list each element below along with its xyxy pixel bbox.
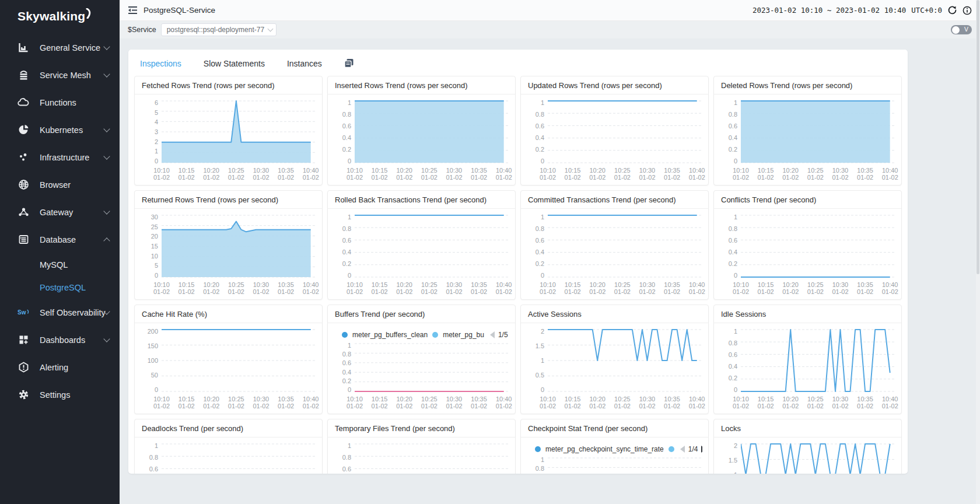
x-tick-label: 10:2001-02 (782, 396, 799, 410)
x-tick-label: 10:2001-02 (396, 396, 412, 410)
legend-label[interactable]: meter_pg_checkpoint_sync_time_rate (545, 445, 664, 453)
y-tick-label: 0 (348, 158, 351, 164)
chart-plot[interactable] (548, 99, 702, 164)
chart-body: 654321010:1001-0210:1501-0210:2001-0210:… (135, 94, 322, 183)
chart-plot[interactable] (741, 442, 895, 474)
time-range[interactable]: 2023-01-02 10:10 ~ 2023-01-02 10:40 (752, 6, 906, 15)
sidebar-item-postgresql[interactable]: PostgreSQL (0, 276, 120, 299)
chart-plot[interactable] (548, 214, 702, 279)
sidebar-item-service-mesh[interactable]: Service Mesh (0, 61, 120, 89)
legend-label[interactable]: meter_pg_buffers_clean (352, 331, 428, 339)
chart-plot[interactable] (741, 328, 895, 393)
chart-title: Inserted Rows Trend (rows per second) (328, 76, 515, 94)
x-tick-label: 10:1001-02 (153, 167, 170, 181)
y-tick-label: 0 (155, 272, 158, 279)
page-title: PostgreSQL-Service (144, 6, 215, 15)
refresh-icon[interactable] (947, 5, 957, 15)
sidebar-item-self-observability[interactable]: SwSelf Observability (0, 299, 120, 326)
x-tick-label: 10:4001-02 (882, 396, 898, 410)
y-tick-label: 5 (155, 262, 158, 269)
main-area: PostgreSQL-Service 2023-01-02 10:10 ~ 20… (120, 0, 980, 504)
sidebar-item-dashboards[interactable]: Dashboards (0, 326, 120, 354)
chart-plot[interactable] (162, 328, 316, 393)
chart-card-fetched-rows-trend-rows-per-second: Fetched Rows Trend (rows per second)6543… (134, 76, 323, 186)
x-tick-label: 10:4001-02 (689, 281, 705, 295)
chart-title: Checkpoint Stat Trend (per second) (521, 419, 708, 438)
sidebar-item-alerting[interactable]: Alerting (0, 354, 120, 381)
chart-plot[interactable] (355, 99, 509, 164)
x-tick-label: 10:2501-02 (614, 396, 631, 410)
legend-dot-icon[interactable] (342, 332, 348, 338)
chart-title: Cache Hit Rate (%) (135, 305, 322, 323)
skywalking-logo[interactable]: Skywalking (0, 0, 120, 29)
y-tick-label: 0.2 (342, 260, 351, 267)
tab-instances[interactable]: Instances (287, 59, 322, 68)
chart-body: meter_pg_buffers_cleanmeter_pg_bu1/510.8… (328, 323, 515, 412)
sidebar-item-browser[interactable]: Browser (0, 171, 120, 198)
chart-plot[interactable] (548, 456, 702, 474)
tab-slow-statements[interactable]: Slow Statements (204, 59, 265, 68)
chart-plot[interactable] (162, 99, 316, 164)
chart-plot[interactable] (162, 442, 316, 474)
x-tick-label: 10:1501-02 (565, 281, 581, 295)
window-scrollbar[interactable] (976, 0, 980, 504)
chart-plot[interactable] (548, 328, 702, 393)
y-tick-label: 0.8 (729, 340, 737, 346)
chart-card-locks: Locks21.510.5010:1001-0210:1501-0210:200… (713, 419, 902, 474)
x-axis-labels: 10:1001-0210:1501-0210:2001-0210:2501-02… (548, 393, 702, 411)
sidebar-item-database[interactable]: Database (0, 226, 120, 253)
x-tick-label: 10:1501-02 (758, 167, 774, 181)
y-tick-label: 10 (151, 253, 158, 260)
y-tick-label: 0.4 (729, 363, 737, 370)
y-tick-label: 4 (155, 118, 158, 125)
chart-body: 10.80.60.40.2010:1001-0210:1501-0210:200… (328, 94, 515, 183)
chart-card-deleted-rows-trend-rows-per-second: Deleted Rows Trend (rows per second)10.8… (713, 76, 902, 186)
sidebar-item-label: General Service (40, 43, 100, 52)
sidebar-item-infrastructure[interactable]: Infrastructure (0, 144, 120, 171)
sidebar-item-functions[interactable]: Functions (0, 89, 120, 116)
chart-plot[interactable] (741, 214, 895, 279)
legend-dot-icon[interactable] (535, 446, 541, 452)
x-tick-label: 10:2001-02 (589, 167, 606, 181)
y-tick-label: 1 (541, 456, 544, 463)
area-chart-icon (18, 42, 29, 54)
sidebar-item-general-service[interactable]: General Service (0, 34, 120, 61)
tab-inspections[interactable]: Inspections (140, 59, 181, 68)
chart-plot[interactable] (162, 214, 316, 279)
chart-plot[interactable] (355, 342, 509, 393)
x-tick-label: 10:3501-02 (278, 281, 294, 295)
legend-dot-icon[interactable] (432, 332, 438, 338)
legend-label[interactable]: meter_pg_bu (443, 331, 484, 339)
sidebar-item-settings[interactable]: Settings (0, 381, 120, 408)
y-tick-label: 0.5 (536, 372, 544, 379)
chart-card-committed-transactions-trend-per-second: Committed Transactions Trend (per second… (520, 190, 709, 300)
sidebar-item-kubernetes[interactable]: Kubernetes (0, 116, 120, 144)
legend-next-icon[interactable] (701, 446, 702, 453)
sidebar-item-label: Settings (40, 390, 70, 400)
sidebar-item-gateway[interactable]: Gateway (0, 198, 120, 226)
chart-plot[interactable] (355, 214, 509, 279)
legend-dot-icon[interactable] (668, 446, 674, 452)
y-tick-label: 0 (734, 272, 737, 279)
window-scrollbar-thumb[interactable] (977, 0, 979, 274)
service-select[interactable]: postgresql::psql-deployment-77 (161, 23, 276, 36)
copy-pages-icon[interactable] (344, 58, 354, 68)
chart-plot[interactable] (741, 99, 895, 164)
legend-prev-icon[interactable] (680, 446, 685, 453)
info-icon[interactable] (963, 6, 972, 15)
sidebar-item-mysql[interactable]: MySQL (0, 253, 120, 276)
legend-prev-icon[interactable] (490, 331, 495, 338)
y-tick-label: 0.2 (342, 377, 351, 384)
y-tick-label: 0.4 (729, 134, 737, 141)
chart-card-conflicts-trend-per-second: Conflicts Trend (per second)10.80.60.40.… (713, 190, 902, 300)
view-toggle[interactable]: V (951, 25, 972, 34)
x-tick-label: 10:2001-02 (782, 281, 799, 295)
sidebar-collapse-icon[interactable] (128, 6, 138, 15)
chart-plot[interactable] (355, 442, 509, 474)
chevron-down-icon (103, 125, 110, 132)
chart-title: Active Sessions (521, 305, 708, 323)
x-tick-label: 10:3501-02 (278, 167, 294, 181)
chart-svg (162, 214, 316, 279)
y-tick-label: 0.6 (536, 123, 544, 130)
x-tick-label: 10:3001-02 (832, 281, 848, 295)
